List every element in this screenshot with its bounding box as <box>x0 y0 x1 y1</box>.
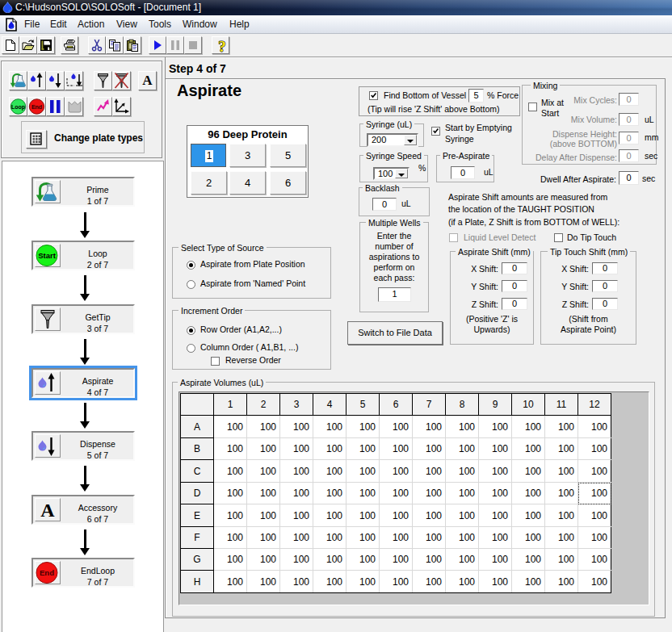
svg-text:Start: Start <box>38 251 56 260</box>
svg-text:End: End <box>40 568 54 577</box>
svg-text:Loop: Loop <box>11 104 25 111</box>
svg-text:?: ? <box>218 39 226 55</box>
svg-text:End: End <box>32 104 42 110</box>
